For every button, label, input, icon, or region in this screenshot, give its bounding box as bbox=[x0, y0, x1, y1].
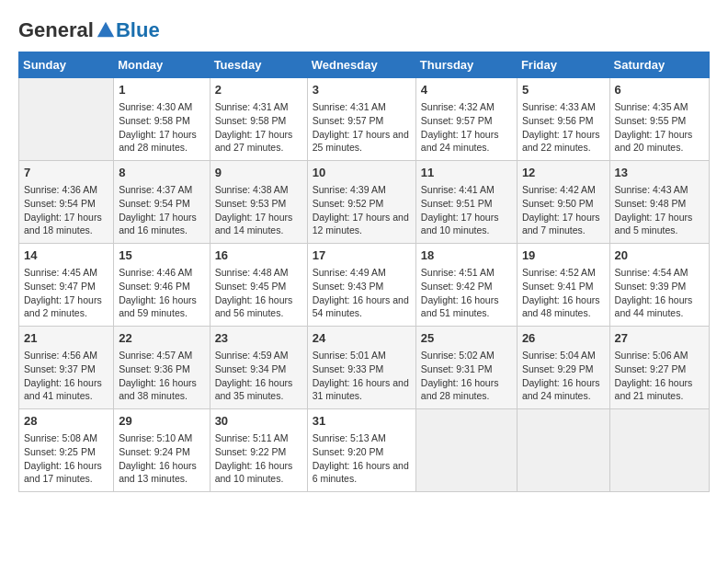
weekday-header-tuesday: Tuesday bbox=[210, 52, 307, 78]
weekday-header-sunday: Sunday bbox=[19, 52, 114, 78]
calendar-cell: 30Sunrise: 5:11 AM Sunset: 9:22 PM Dayli… bbox=[210, 409, 307, 492]
calendar-cell: 20Sunrise: 4:54 AM Sunset: 9:39 PM Dayli… bbox=[609, 244, 709, 327]
calendar-cell: 10Sunrise: 4:39 AM Sunset: 9:52 PM Dayli… bbox=[307, 161, 415, 244]
calendar-cell: 31Sunrise: 5:13 AM Sunset: 9:20 PM Dayli… bbox=[307, 409, 415, 492]
weekday-header-saturday: Saturday bbox=[609, 52, 709, 78]
calendar-cell: 24Sunrise: 5:01 AM Sunset: 9:33 PM Dayli… bbox=[307, 327, 415, 409]
calendar-cell: 23Sunrise: 4:59 AM Sunset: 9:34 PM Dayli… bbox=[210, 327, 307, 409]
calendar-cell: 18Sunrise: 4:51 AM Sunset: 9:42 PM Dayli… bbox=[415, 244, 517, 327]
day-number: 8 bbox=[119, 165, 204, 181]
day-info: Sunrise: 4:48 AM Sunset: 9:45 PM Dayligh… bbox=[215, 266, 302, 320]
weekday-header-row: SundayMondayTuesdayWednesdayThursdayFrid… bbox=[19, 52, 710, 78]
weekday-header-friday: Friday bbox=[517, 52, 609, 78]
page-header: General Blue bbox=[18, 18, 710, 42]
day-info: Sunrise: 4:52 AM Sunset: 9:41 PM Dayligh… bbox=[522, 266, 605, 320]
day-info: Sunrise: 5:04 AM Sunset: 9:29 PM Dayligh… bbox=[522, 349, 605, 403]
calendar-cell: 29Sunrise: 5:10 AM Sunset: 9:24 PM Dayli… bbox=[114, 409, 210, 492]
day-info: Sunrise: 4:31 AM Sunset: 9:58 PM Dayligh… bbox=[215, 100, 302, 155]
calendar-cell: 9Sunrise: 4:38 AM Sunset: 9:53 PM Daylig… bbox=[210, 161, 307, 244]
day-number: 28 bbox=[24, 413, 108, 430]
calendar-cell: 4Sunrise: 4:32 AM Sunset: 9:57 PM Daylig… bbox=[415, 78, 517, 161]
day-number: 14 bbox=[24, 247, 108, 264]
day-info: Sunrise: 4:33 AM Sunset: 9:56 PM Dayligh… bbox=[522, 100, 605, 155]
day-number: 12 bbox=[522, 165, 605, 181]
day-number: 3 bbox=[313, 82, 411, 98]
calendar-cell: 25Sunrise: 5:02 AM Sunset: 9:31 PM Dayli… bbox=[415, 327, 517, 409]
day-number: 15 bbox=[119, 247, 204, 264]
day-info: Sunrise: 5:11 AM Sunset: 9:22 PM Dayligh… bbox=[215, 431, 302, 486]
day-number: 9 bbox=[215, 165, 302, 181]
day-info: Sunrise: 4:46 AM Sunset: 9:46 PM Dayligh… bbox=[119, 266, 204, 320]
logo-icon bbox=[96, 20, 116, 40]
calendar-week-2: 7Sunrise: 4:36 AM Sunset: 9:54 PM Daylig… bbox=[19, 161, 710, 244]
day-info: Sunrise: 5:13 AM Sunset: 9:20 PM Dayligh… bbox=[313, 431, 411, 486]
day-info: Sunrise: 4:32 AM Sunset: 9:57 PM Dayligh… bbox=[421, 100, 512, 155]
calendar-week-3: 14Sunrise: 4:45 AM Sunset: 9:47 PM Dayli… bbox=[19, 244, 710, 327]
calendar-cell: 26Sunrise: 5:04 AM Sunset: 9:29 PM Dayli… bbox=[517, 327, 609, 409]
day-number: 1 bbox=[119, 82, 204, 98]
calendar-cell: 16Sunrise: 4:48 AM Sunset: 9:45 PM Dayli… bbox=[210, 244, 307, 327]
day-number: 10 bbox=[313, 165, 411, 181]
day-number: 11 bbox=[421, 165, 512, 181]
day-number: 24 bbox=[313, 330, 411, 347]
logo-general: General bbox=[18, 18, 94, 42]
calendar-cell: 17Sunrise: 4:49 AM Sunset: 9:43 PM Dayli… bbox=[307, 244, 415, 327]
day-number: 21 bbox=[24, 330, 108, 347]
day-info: Sunrise: 4:42 AM Sunset: 9:50 PM Dayligh… bbox=[522, 183, 605, 237]
calendar-week-1: 1Sunrise: 4:30 AM Sunset: 9:58 PM Daylig… bbox=[19, 78, 710, 161]
weekday-header-monday: Monday bbox=[114, 52, 210, 78]
day-number: 18 bbox=[421, 247, 512, 264]
logo: General Blue bbox=[18, 18, 160, 42]
day-info: Sunrise: 5:08 AM Sunset: 9:25 PM Dayligh… bbox=[24, 431, 108, 486]
calendar-cell bbox=[415, 409, 517, 492]
calendar-cell: 28Sunrise: 5:08 AM Sunset: 9:25 PM Dayli… bbox=[19, 409, 114, 492]
day-number: 23 bbox=[215, 330, 302, 347]
calendar-cell: 8Sunrise: 4:37 AM Sunset: 9:54 PM Daylig… bbox=[114, 161, 210, 244]
day-info: Sunrise: 5:01 AM Sunset: 9:33 PM Dayligh… bbox=[313, 349, 411, 403]
day-info: Sunrise: 4:30 AM Sunset: 9:58 PM Dayligh… bbox=[119, 100, 204, 155]
day-number: 30 bbox=[215, 413, 302, 430]
logo-blue: Blue bbox=[116, 18, 160, 42]
day-number: 20 bbox=[615, 247, 704, 264]
calendar-cell bbox=[517, 409, 609, 492]
calendar-cell bbox=[609, 409, 709, 492]
calendar-week-5: 28Sunrise: 5:08 AM Sunset: 9:25 PM Dayli… bbox=[19, 409, 710, 492]
day-info: Sunrise: 4:35 AM Sunset: 9:55 PM Dayligh… bbox=[615, 100, 704, 155]
calendar-cell: 3Sunrise: 4:31 AM Sunset: 9:57 PM Daylig… bbox=[307, 78, 415, 161]
day-info: Sunrise: 4:49 AM Sunset: 9:43 PM Dayligh… bbox=[313, 266, 411, 320]
calendar-cell: 14Sunrise: 4:45 AM Sunset: 9:47 PM Dayli… bbox=[19, 244, 114, 327]
day-number: 19 bbox=[522, 247, 605, 264]
day-info: Sunrise: 4:54 AM Sunset: 9:39 PM Dayligh… bbox=[615, 266, 704, 320]
day-number: 29 bbox=[119, 413, 204, 430]
day-number: 22 bbox=[119, 330, 204, 347]
calendar-cell: 1Sunrise: 4:30 AM Sunset: 9:58 PM Daylig… bbox=[114, 78, 210, 161]
day-number: 26 bbox=[522, 330, 605, 347]
calendar-cell: 15Sunrise: 4:46 AM Sunset: 9:46 PM Dayli… bbox=[114, 244, 210, 327]
calendar-cell: 2Sunrise: 4:31 AM Sunset: 9:58 PM Daylig… bbox=[210, 78, 307, 161]
day-number: 13 bbox=[615, 165, 704, 181]
day-number: 4 bbox=[421, 82, 512, 98]
day-number: 25 bbox=[421, 330, 512, 347]
calendar-cell: 12Sunrise: 4:42 AM Sunset: 9:50 PM Dayli… bbox=[517, 161, 609, 244]
day-info: Sunrise: 5:06 AM Sunset: 9:27 PM Dayligh… bbox=[615, 349, 704, 403]
calendar-week-4: 21Sunrise: 4:56 AM Sunset: 9:37 PM Dayli… bbox=[19, 327, 710, 409]
day-info: Sunrise: 5:02 AM Sunset: 9:31 PM Dayligh… bbox=[421, 349, 512, 403]
calendar-cell: 6Sunrise: 4:35 AM Sunset: 9:55 PM Daylig… bbox=[609, 78, 709, 161]
calendar-cell: 21Sunrise: 4:56 AM Sunset: 9:37 PM Dayli… bbox=[19, 327, 114, 409]
calendar-cell: 22Sunrise: 4:57 AM Sunset: 9:36 PM Dayli… bbox=[114, 327, 210, 409]
day-number: 6 bbox=[615, 82, 704, 98]
calendar-cell: 19Sunrise: 4:52 AM Sunset: 9:41 PM Dayli… bbox=[517, 244, 609, 327]
calendar-cell: 5Sunrise: 4:33 AM Sunset: 9:56 PM Daylig… bbox=[517, 78, 609, 161]
calendar-cell: 7Sunrise: 4:36 AM Sunset: 9:54 PM Daylig… bbox=[19, 161, 114, 244]
day-info: Sunrise: 4:36 AM Sunset: 9:54 PM Dayligh… bbox=[24, 183, 108, 237]
day-info: Sunrise: 4:31 AM Sunset: 9:57 PM Dayligh… bbox=[313, 100, 411, 155]
day-number: 7 bbox=[24, 165, 108, 181]
day-info: Sunrise: 4:41 AM Sunset: 9:51 PM Dayligh… bbox=[421, 183, 512, 237]
calendar-cell: 11Sunrise: 4:41 AM Sunset: 9:51 PM Dayli… bbox=[415, 161, 517, 244]
weekday-header-thursday: Thursday bbox=[415, 52, 517, 78]
day-info: Sunrise: 4:43 AM Sunset: 9:48 PM Dayligh… bbox=[615, 183, 704, 237]
day-number: 2 bbox=[215, 82, 302, 98]
day-info: Sunrise: 4:37 AM Sunset: 9:54 PM Dayligh… bbox=[119, 183, 204, 237]
day-info: Sunrise: 5:10 AM Sunset: 9:24 PM Dayligh… bbox=[119, 431, 204, 486]
day-info: Sunrise: 4:56 AM Sunset: 9:37 PM Dayligh… bbox=[24, 349, 108, 403]
